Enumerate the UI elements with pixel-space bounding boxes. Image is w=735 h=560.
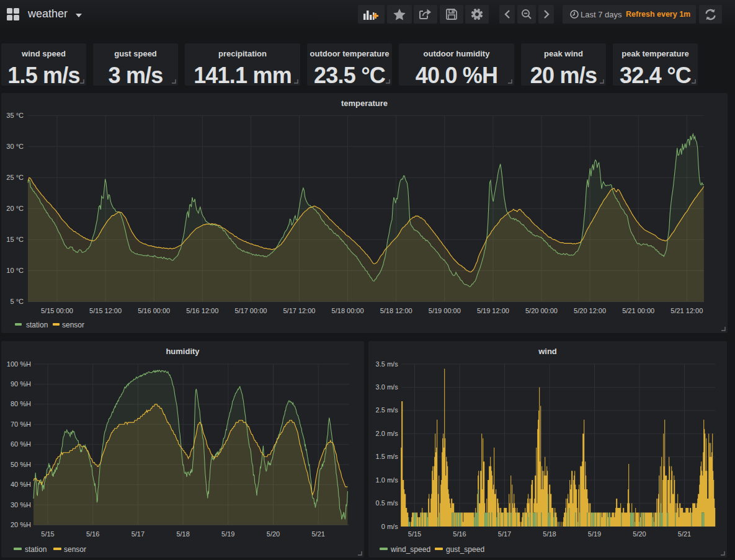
svg-text:5/15: 5/15	[408, 530, 421, 538]
svg-text:gust_speed: gust_speed	[446, 545, 484, 554]
svg-text:5/16: 5/16	[453, 530, 466, 538]
svg-text:5/20: 5/20	[633, 530, 646, 538]
svg-text:3.5 m/s: 3.5 m/s	[376, 360, 399, 368]
svg-text:35 °C: 35 °C	[6, 112, 24, 119]
svg-text:10 °C: 10 °C	[6, 267, 24, 274]
svg-text:5/20: 5/20	[267, 530, 280, 538]
svg-text:5/15 00:00: 5/15 00:00	[41, 307, 73, 314]
svg-text:5 °C: 5 °C	[10, 298, 24, 305]
svg-text:5/19 12:00: 5/19 12:00	[477, 307, 509, 314]
svg-text:5/15: 5/15	[41, 530, 54, 538]
svg-text:30 °C: 30 °C	[6, 143, 24, 150]
svg-text:20 °C: 20 °C	[6, 205, 24, 212]
svg-text:70 %H: 70 %H	[11, 420, 31, 428]
svg-text:5/19 00:00: 5/19 00:00	[429, 307, 461, 314]
svg-text:100 %H: 100 %H	[7, 360, 31, 368]
svg-text:5/21 12:00: 5/21 12:00	[670, 307, 703, 314]
svg-text:3.0 m/s: 3.0 m/s	[376, 383, 399, 391]
svg-text:5/17: 5/17	[498, 530, 511, 538]
svg-text:80 %H: 80 %H	[11, 400, 31, 407]
svg-text:2.5 m/s: 2.5 m/s	[376, 406, 399, 414]
svg-text:5/21: 5/21	[678, 530, 691, 538]
svg-text:90 %H: 90 %H	[11, 380, 31, 388]
svg-text:30 %H: 30 %H	[11, 501, 31, 509]
svg-text:sensor: sensor	[64, 545, 86, 554]
svg-text:50 %H: 50 %H	[11, 461, 31, 468]
svg-text:sensor: sensor	[62, 321, 84, 329]
svg-text:5/17 12:00: 5/17 12:00	[283, 307, 316, 314]
svg-text:1.5 m/s: 1.5 m/s	[376, 453, 399, 460]
svg-text:5/19: 5/19	[221, 530, 234, 538]
svg-text:20 %H: 20 %H	[11, 521, 31, 528]
svg-text:5/20 12:00: 5/20 12:00	[574, 307, 606, 314]
svg-text:wind_speed: wind_speed	[390, 545, 430, 554]
svg-text:5/16 00:00: 5/16 00:00	[138, 307, 170, 314]
svg-text:5/18 00:00: 5/18 00:00	[332, 307, 364, 314]
svg-text:5/15 12:00: 5/15 12:00	[89, 307, 122, 314]
svg-text:5/18: 5/18	[543, 530, 556, 538]
svg-text:5/19: 5/19	[588, 530, 601, 538]
svg-text:15 °C: 15 °C	[6, 236, 24, 243]
svg-text:2.0 m/s: 2.0 m/s	[376, 430, 399, 437]
svg-text:5/16 12:00: 5/16 12:00	[186, 307, 218, 314]
svg-text:5/17 00:00: 5/17 00:00	[234, 307, 267, 314]
svg-text:station: station	[26, 321, 48, 329]
svg-text:5/17: 5/17	[131, 530, 145, 538]
svg-text:5/21: 5/21	[311, 530, 324, 538]
svg-text:60 %H: 60 %H	[11, 440, 31, 448]
svg-text:0 m/s: 0 m/s	[381, 523, 398, 530]
svg-text:1.0 m/s: 1.0 m/s	[376, 476, 399, 484]
svg-text:5/18 12:00: 5/18 12:00	[380, 307, 412, 314]
svg-text:0.5 m/s: 0.5 m/s	[376, 499, 399, 507]
svg-text:5/18: 5/18	[176, 530, 189, 538]
svg-text:5/20 00:00: 5/20 00:00	[525, 307, 558, 314]
svg-text:40 %H: 40 %H	[11, 481, 31, 488]
svg-text:5/16: 5/16	[86, 530, 99, 538]
svg-text:5/21 00:00: 5/21 00:00	[622, 307, 654, 314]
svg-text:25 °C: 25 °C	[6, 174, 24, 181]
svg-text:station: station	[25, 545, 47, 554]
